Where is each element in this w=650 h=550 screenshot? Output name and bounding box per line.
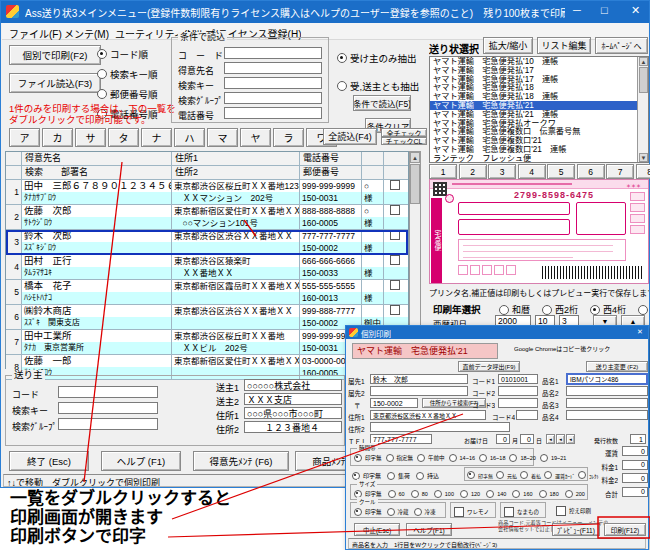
sender2-input[interactable]: ＸＸＸ支店 xyxy=(244,393,342,405)
radio-option[interactable]: 印字無 xyxy=(467,471,493,479)
date-step-button-1[interactable]: ◂ xyxy=(546,434,555,444)
kana-button-サ[interactable]: サ xyxy=(75,128,106,147)
dialog-help-button[interactable]: ヘルプ(F1) xyxy=(406,523,452,536)
dialog-addr2-input[interactable] xyxy=(370,422,510,432)
radio-option[interactable]: 持込 xyxy=(416,471,439,480)
radio-option[interactable]: 運賃ｶｰﾄﾞ xyxy=(544,471,575,479)
list-item[interactable]: ヤマト運輸 宅急便発払'17 xyxy=(430,66,637,75)
radio-option[interactable]: 16~18 xyxy=(479,454,505,462)
page-button-8[interactable]: 8 xyxy=(636,164,650,179)
perishable-checkbox[interactable]: なまもの xyxy=(504,507,539,517)
close-button[interactable]: ✕ xyxy=(631,4,640,17)
fee-input[interactable]: 0 xyxy=(622,446,648,456)
dialog-cancel-button[interactable]: 中止(Esc) xyxy=(354,523,400,536)
item4-input[interactable] xyxy=(566,410,648,420)
maximize-button[interactable]: □ xyxy=(601,4,608,16)
radio-option[interactable]: 冷凍 xyxy=(414,508,436,516)
code3-input[interactable] xyxy=(498,398,538,408)
radio-option[interactable]: 集荷 xyxy=(387,471,410,480)
sender-change-button[interactable]: 送り主変更 (F2) xyxy=(586,361,648,372)
table-row[interactable]: 2佐藤 次郎ｻﾄｳｼﾞﾛｳ東京都新宿区愛住町ＸＸ番地ＸＸ ○○マンション101号… xyxy=(6,205,408,230)
scroll-thumb[interactable] xyxy=(410,164,420,204)
radio-option[interactable]: 着払 xyxy=(520,471,541,479)
check-all-button[interactable]: 全チェック xyxy=(381,128,427,137)
radio-option[interactable]: 100 xyxy=(434,490,454,498)
check-clear-button[interactable]: チェックCL xyxy=(381,137,427,145)
dialog-addr1-input[interactable]: 東京都渋谷区渋谷ＸＸ番地ＸＸ xyxy=(370,410,486,420)
radio-option[interactable]: 検索キー順 xyxy=(97,67,158,81)
list-item[interactable]: ヤマト運輸 宅急便発払'17 連帳 xyxy=(430,75,637,84)
radio-option[interactable]: 160 xyxy=(512,490,532,498)
delivery-day-input[interactable]: 0 xyxy=(520,434,534,444)
zip-input[interactable]: 150-0002 xyxy=(370,398,418,408)
homepage-button[interactable]: ﾎｰﾑﾍﾟｰｼﾞへ xyxy=(595,37,648,54)
radio-option[interactable]: 印字無 xyxy=(354,508,382,516)
date-step-button-2[interactable]: ◂ xyxy=(556,434,565,444)
date-step-button-3[interactable]: ◂ xyxy=(566,434,575,444)
dialog-close-icon[interactable]: ✕ xyxy=(637,328,643,336)
code4-input[interactable] xyxy=(516,410,538,420)
row-checkbox[interactable] xyxy=(390,180,400,190)
fragile-checkbox[interactable]: ワレモノ xyxy=(454,507,489,517)
page-button-7[interactable]: 7 xyxy=(606,164,634,179)
list-item[interactable]: ヤマト運輸 宅急便発払'10 連帳 xyxy=(430,57,637,66)
filter-row-input[interactable] xyxy=(224,92,322,104)
sender-addr1-input[interactable]: ○○○県○○○市○○○町 xyxy=(244,407,342,419)
table-row[interactable]: 1田中 三郎６７８９０１２３４５６ﾀﾅｶｻﾌﾞﾛｳ東京都渋谷区桜丘町ＸＸ番地12… xyxy=(6,180,408,205)
filter-row-input[interactable] xyxy=(224,62,322,74)
row-checkbox[interactable] xyxy=(390,305,400,315)
list-item[interactable]: ヤマト運輸 宅急便複数口 伝票番号無 xyxy=(430,127,637,136)
sender-code-input[interactable] xyxy=(58,386,158,398)
list-item[interactable]: ヤマト運輸 宅急便発払'18 xyxy=(430,83,637,92)
recall-button[interactable]: 直前データ呼出(F9) xyxy=(458,361,520,372)
radio-option[interactable]: 冷蔵 xyxy=(387,508,409,516)
checkbox-icon[interactable] xyxy=(556,506,566,516)
item3-input[interactable] xyxy=(566,398,648,408)
kana-button-ア[interactable]: ア xyxy=(9,128,40,147)
list-item[interactable]: ヤマト運輸 宅急便発払オークワ xyxy=(430,119,637,128)
checkbox-icon[interactable] xyxy=(504,507,514,517)
code1-input[interactable]: 0101001 xyxy=(498,374,538,384)
list-scroll-up-icon[interactable]: ▲ xyxy=(639,57,648,66)
kana-button-タ[interactable]: タ xyxy=(108,128,139,147)
checkbox-icon[interactable] xyxy=(454,507,464,517)
tel-input[interactable]: 777-777-7777 xyxy=(370,434,432,444)
page-button-6[interactable]: 6 xyxy=(577,164,605,179)
table-row[interactable]: 3鈴木 次郎ｽｽﾞｷｼﾞﾛｳ東京都渋谷区渋谷ＸＸ番地ＸＸ777-777-7777… xyxy=(6,230,408,255)
dest1-input[interactable]: 鈴木 次郎 xyxy=(370,374,468,384)
list-item[interactable]: ランテック フレッシュ便 xyxy=(430,154,637,163)
page-button-5[interactable]: 5 xyxy=(547,164,575,179)
radio-option[interactable]: 郵便番号順 xyxy=(97,87,158,101)
list-item[interactable]: ヤマト運輸 宅急便発払'18 連帳 xyxy=(430,92,637,101)
delivery-month-input[interactable]: 0 xyxy=(496,434,510,444)
code2-input[interactable] xyxy=(498,386,538,396)
kana-button-ナ[interactable]: ナ xyxy=(141,128,172,147)
sender1-input[interactable]: ○○○○○株式会社 xyxy=(244,379,342,391)
radio-option[interactable]: コード順 xyxy=(97,47,158,61)
page-button-3[interactable]: 3 xyxy=(488,164,516,179)
page-button-4[interactable]: 4 xyxy=(518,164,546,179)
fee-input[interactable]: 0 xyxy=(622,487,648,497)
list-scrollbar[interactable]: ▲ ▼ xyxy=(637,57,648,162)
menu-maint[interactable]: メンテ(M) xyxy=(64,26,109,41)
list-item[interactable]: ヤマト運輸 宅急便複数口'21 xyxy=(430,136,637,145)
file-load-button[interactable]: ファイル読込(F3) xyxy=(9,73,101,93)
row-checkbox[interactable] xyxy=(390,205,400,215)
radio-option[interactable]: 120 xyxy=(460,490,480,498)
quit-button[interactable]: 終了 (Esc) xyxy=(9,451,89,471)
list-item[interactable]: ヤマト運輸 宅急便複数口'21 連帳 xyxy=(430,145,637,154)
load-all-button[interactable]: 全読込(F4) xyxy=(323,128,377,145)
print-individual-button[interactable]: 個別で印刷(F2) xyxy=(9,45,101,65)
row-checkbox[interactable] xyxy=(390,255,400,265)
radio-option[interactable]: 140 xyxy=(486,490,506,498)
list-scroll-thumb[interactable] xyxy=(639,67,648,93)
copy-checkbox[interactable]: 控え印刷 xyxy=(556,506,591,516)
scroll-up-icon[interactable]: ▲ xyxy=(410,152,420,163)
radio-option[interactable]: 18~20 xyxy=(509,454,535,462)
table-row[interactable]: 4田村 正行ﾀﾑﾗﾏｻﾕｷ東京都渋谷区猿楽町 ＸＸ番地ＸＸ666-666-666… xyxy=(6,255,408,280)
radio-option[interactable]: 14~16 xyxy=(449,454,475,462)
page-button-2[interactable]: 2 xyxy=(459,164,487,179)
list-edit-button[interactable]: リスト編集 xyxy=(537,37,591,54)
table-row[interactable]: 5橋本 花子ﾊｼﾓﾄﾊﾅｺ東京都新宿区霞岳町ＸＸ番地ＸＸ555-555-5555… xyxy=(6,280,408,305)
help-button[interactable]: ヘルプ (F1) xyxy=(101,451,181,471)
